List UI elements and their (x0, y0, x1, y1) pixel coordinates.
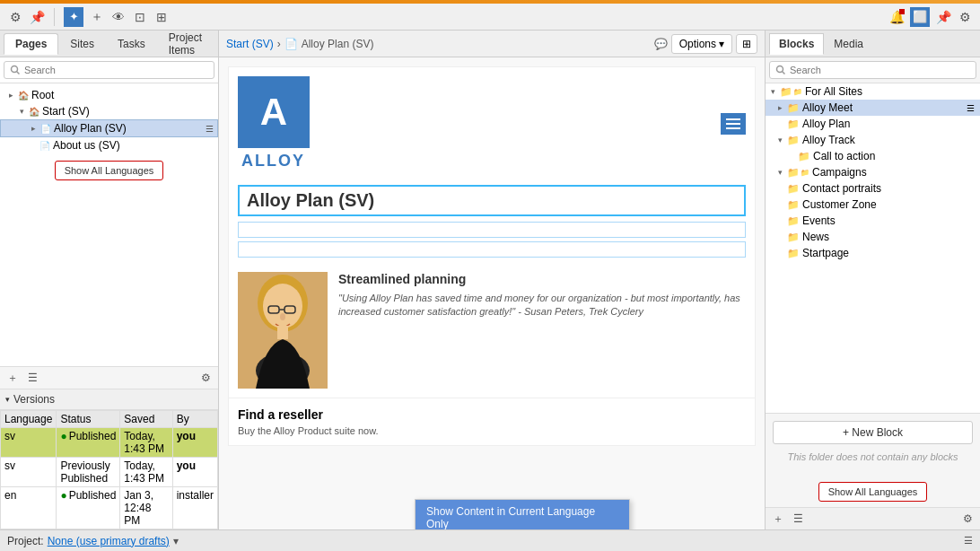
right-tree-alloy-track[interactable]: ▾ 📁 Alloy Track (766, 132, 980, 148)
person-svg (238, 272, 328, 389)
version-col-status: Status (57, 411, 120, 428)
nav-icon-2[interactable]: ＋ (89, 9, 105, 25)
content-heading: Streamlined planning (338, 272, 746, 286)
tree-item-about-us[interactable]: 📄 About us (SV) (0, 137, 218, 153)
breadcrumb-start[interactable]: Start (SV) (226, 38, 274, 50)
right-panel-footer: ＋ ☰ ⚙ (766, 507, 980, 529)
new-block-button[interactable]: + New Block (773, 421, 973, 444)
settings-icon-right[interactable]: ⚙ (957, 9, 973, 25)
alloy-meet-menu[interactable]: ☰ (967, 103, 975, 113)
pin-icon-left[interactable]: 📌 (29, 9, 45, 25)
show-all-languages-right-button[interactable]: Show All Languages (818, 482, 928, 502)
alloy-logo-area: A Alloy (229, 67, 755, 179)
events-folder: 📁 (787, 215, 800, 227)
find-reseller: Find a reseller Buy the Alloy Product su… (229, 398, 755, 445)
show-all-languages-left-button[interactable]: Show All Languages (55, 161, 164, 180)
content-text: Streamlined planning "Using Alloy Plan h… (338, 272, 746, 389)
right-search-input[interactable] (769, 61, 976, 79)
grid-button[interactable]: ⊞ (736, 34, 757, 54)
notification-icon[interactable]: 🔔 (888, 9, 905, 25)
settings-icon-right-footer[interactable]: ⚙ (960, 512, 975, 526)
right-tab-media[interactable]: Media (824, 33, 873, 55)
nav-icon-3[interactable]: 👁 (110, 9, 127, 25)
settings-icon-bottom-left[interactable]: ⚙ (198, 371, 213, 385)
right-tree-events[interactable]: 📁 Events (766, 213, 980, 229)
tab-pages[interactable]: Pages (4, 33, 58, 55)
about-icon: 📄 (39, 141, 50, 151)
list-icon-left[interactable]: ☰ (25, 371, 39, 385)
subtitle-box-2[interactable] (238, 241, 746, 258)
start-label: Start (SV) (42, 105, 90, 118)
version-row-3[interactable]: en ●Published Jan 3,12:48 PM installer (1, 487, 218, 529)
status-hamburger[interactable]: ☰ (964, 535, 973, 547)
page-inner: A Alloy Alloy Plan (SV) (228, 66, 756, 446)
right-tab-blocks[interactable]: Blocks (769, 33, 824, 55)
hamburger-button[interactable] (721, 113, 746, 135)
right-tree-call-to-action[interactable]: 📁 Call to action (766, 148, 980, 164)
right-tree-for-all-sites[interactable]: ▾ 📁📁 For All Sites (766, 83, 980, 100)
versions-chevron: ▾ (5, 395, 10, 404)
tree-item-alloy-plan[interactable]: ▸ 📄 Alloy Plan (SV) ☰ (0, 119, 218, 137)
nav-icon-5[interactable]: ⊞ (153, 9, 170, 25)
alloy-track-expand: ▾ (778, 136, 785, 144)
version-col-by: By (172, 411, 217, 428)
right-tree-startpage[interactable]: 📁 Startpage (766, 245, 980, 261)
version-row-3-status: ●Published (57, 487, 120, 529)
notification-badge (899, 9, 905, 14)
about-label: About us (SV) (53, 139, 120, 152)
alloy-track-folder: 📁 (787, 135, 800, 146)
project-link[interactable]: None (use primary drafts) (48, 535, 170, 547)
context-menu-item-1[interactable]: Show Content in Current Language Only (416, 500, 629, 529)
add-icon-left[interactable]: ＋ (5, 371, 20, 385)
tab-sites[interactable]: Sites (58, 33, 106, 55)
blocks-icon[interactable]: ⬜ (910, 7, 930, 27)
news-label: News (802, 231, 829, 243)
subtitle-box-1[interactable] (238, 222, 746, 238)
hamburger-line-3 (726, 127, 740, 129)
right-tree-contact-portraits[interactable]: 📁 Contact portraits (766, 180, 980, 197)
right-tree-news[interactable]: 📁 News (766, 229, 980, 245)
right-tree-alloy-meet[interactable]: ▸ 📁 Alloy Meet ☰ (766, 100, 980, 116)
chat-icon[interactable]: 💬 (654, 38, 668, 50)
alloy-logo-letter: A (260, 91, 287, 134)
page-title[interactable]: Alloy Plan (SV) (238, 185, 746, 216)
settings-icon-left[interactable]: ⚙ (7, 9, 23, 25)
nav-icon-1[interactable]: ✦ (64, 7, 83, 27)
versions-table: Language Status Saved By sv ●Published T… (0, 410, 218, 529)
customer-zone-folder: 📁 (787, 199, 800, 211)
project-chevron[interactable]: ▾ (173, 535, 179, 547)
alloy-plan-menu-icon[interactable]: ☰ (206, 124, 214, 134)
version-row-1-status: ●Published (57, 428, 120, 458)
add-icon-right[interactable]: ＋ (771, 512, 785, 526)
status-dot-1: ● (60, 430, 66, 442)
tab-tasks[interactable]: Tasks (106, 33, 157, 55)
center-panel: Start (SV) › 📄 Alloy Plan (SV) 💬 Options… (219, 31, 765, 529)
alloy-wordmark: Alloy (238, 152, 310, 171)
status-dot-3: ● (60, 489, 66, 502)
news-folder: 📁 (787, 232, 800, 243)
svg-point-6 (280, 313, 285, 320)
version-row-1[interactable]: sv ●Published Today,1:43 PM you (1, 428, 218, 458)
list-icon-right[interactable]: ☰ (791, 512, 805, 526)
tab-project-items[interactable]: Project Items (157, 31, 214, 61)
pin-icon-right[interactable]: 📌 (935, 9, 951, 25)
alloy-plan-label: Alloy Plan (SV) (54, 122, 127, 135)
version-row-2-status: PreviouslyPublished (57, 458, 120, 487)
left-panel-bottom-bar: ＋ ☰ ⚙ (0, 366, 218, 389)
tree-item-root[interactable]: ▸ 🏠 Root (0, 87, 218, 103)
nav-icon-4[interactable]: ⊡ (132, 9, 148, 25)
options-button[interactable]: Options ▾ (671, 34, 732, 54)
right-tree-campaigns[interactable]: ▾ 📁📁 Campaigns (766, 164, 980, 180)
right-tree-alloy-plan[interactable]: 📁 Alloy Plan (766, 116, 980, 132)
blocks-action-area: + New Block This folder does not contain… (766, 413, 980, 477)
tree-item-start[interactable]: ▾ 🏠 Start (SV) (0, 103, 218, 119)
start-icon: 🏠 (29, 107, 39, 117)
no-blocks-text: This folder does not contain any blocks (773, 444, 973, 469)
version-row-2[interactable]: sv PreviouslyPublished Today,1:43 PM you (1, 458, 218, 487)
right-tabs: Blocks Media (769, 33, 873, 55)
versions-header[interactable]: ▾ Versions (0, 389, 218, 410)
right-tree-customer-zone[interactable]: 📁 Customer Zone (766, 197, 980, 213)
project-label: Project: (7, 535, 44, 547)
left-panel: Pages Sites Tasks Project Items ▸ 🏠 Root… (0, 31, 219, 529)
left-search-input[interactable] (4, 61, 214, 79)
